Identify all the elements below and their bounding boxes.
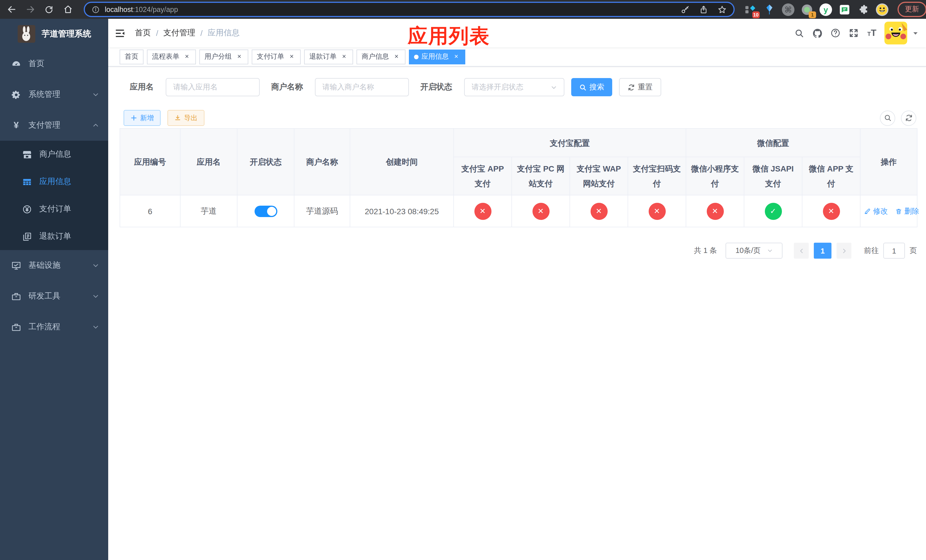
- app-title: 芋道管理系统: [42, 28, 91, 39]
- extension-y-icon[interactable]: y: [819, 3, 832, 16]
- sidebar-item-system[interactable]: 系统管理: [0, 79, 108, 110]
- avatar-caret-icon[interactable]: [912, 30, 918, 36]
- chevron-down-icon: [92, 293, 99, 300]
- extension-recorder-icon[interactable]: 1: [800, 3, 814, 16]
- export-button[interactable]: 导出: [168, 110, 204, 126]
- chevron-down-icon: [92, 324, 99, 330]
- extension-pinned-icon[interactable]: 10: [744, 3, 757, 16]
- extension-kite-icon[interactable]: [763, 3, 776, 16]
- page-annotation: 应用列表: [408, 23, 490, 50]
- breadcrumb-separator: /: [200, 29, 203, 38]
- site-info-icon[interactable]: [92, 5, 100, 14]
- delete-link[interactable]: 删除: [895, 206, 919, 216]
- navbar-actions: TT: [790, 22, 926, 44]
- page-number-1[interactable]: 1: [814, 243, 831, 259]
- sidebar-item-dev-tools[interactable]: 研发工具: [0, 281, 108, 312]
- browser-back-icon[interactable]: [4, 2, 19, 17]
- tab-merchant-info[interactable]: 商户信息×: [357, 49, 406, 64]
- github-icon[interactable]: [808, 24, 826, 42]
- goto-page-input[interactable]: 1: [883, 243, 905, 259]
- top-navbar: 首页 / 支付管理 / 应用信息: [108, 19, 926, 47]
- col-created: 创建时间: [350, 129, 454, 195]
- browser-forward-icon[interactable]: [23, 2, 38, 17]
- app-name-input[interactable]: 请输入应用名: [166, 78, 260, 96]
- breadcrumb: 首页 / 支付管理 / 应用信息: [135, 28, 240, 38]
- browser-home-icon[interactable]: [61, 2, 75, 17]
- show-search-toggle-icon[interactable]: [880, 110, 895, 126]
- extension-chat-icon[interactable]: [838, 3, 851, 16]
- sidebar-item-app-info[interactable]: 应用信息: [0, 168, 108, 195]
- user-avatar[interactable]: [884, 22, 907, 44]
- goto-label: 前往: [864, 245, 879, 256]
- col-actions: 操作: [860, 129, 917, 195]
- alipay-app-status-icon: ✕: [474, 203, 491, 219]
- coin-yen-icon: [22, 204, 32, 214]
- tab-process-form[interactable]: 流程表单×: [147, 49, 196, 64]
- edit-link[interactable]: 修改: [864, 206, 888, 216]
- screen: localhost:1024/pay/app 10: [0, 0, 926, 560]
- extension-command-icon[interactable]: ⌘: [781, 3, 795, 16]
- tab-pay-orders[interactable]: 支付订单×: [252, 49, 301, 64]
- cell-status: [237, 195, 294, 227]
- sidebar-item-home[interactable]: 首页: [0, 48, 108, 79]
- cell-app-name: 芋道: [180, 195, 237, 227]
- merchant-name-input[interactable]: 请输入商户名称: [315, 78, 409, 96]
- toolbox-icon: [11, 291, 21, 301]
- help-docs-icon[interactable]: [826, 24, 844, 42]
- col-app-id: 应用编号: [120, 129, 180, 195]
- tab-close-icon[interactable]: ×: [340, 53, 348, 61]
- extensions-puzzle-icon[interactable]: [856, 3, 870, 16]
- tab-close-icon[interactable]: ×: [183, 53, 191, 61]
- sidebar-item-infrastructure[interactable]: 基础设施: [0, 250, 108, 281]
- tab-app-info[interactable]: 应用信息×: [409, 49, 465, 64]
- table-row: 6 芋道 芋道源码 2021-10-23 08:49:25 ✕ ✕ ✕ ✕ ✕: [120, 195, 917, 227]
- tab-user-group[interactable]: 用户分组×: [199, 49, 248, 64]
- browser-update-button[interactable]: 更新: [897, 2, 926, 17]
- sidebar-item-pay-orders[interactable]: 支付订单: [0, 195, 108, 223]
- sidebar-item-workflow[interactable]: 工作流程: [0, 312, 108, 342]
- sidebar-item-refund-orders[interactable]: 退款订单: [0, 223, 108, 250]
- url-text[interactable]: localhost:1024/pay/app: [105, 5, 178, 14]
- fullscreen-icon[interactable]: [844, 24, 863, 42]
- tab-close-icon[interactable]: ×: [392, 53, 400, 61]
- status-toggle[interactable]: [254, 205, 277, 217]
- sidebar-item-payment[interactable]: ¥ 支付管理: [0, 110, 108, 141]
- tab-home[interactable]: 首页×: [120, 49, 144, 64]
- app-logo[interactable]: 芋道管理系统: [0, 19, 108, 48]
- page-content: 应用名 请输入应用名 商户名称 请输入商户名称 开启状态 请选择开启状态: [108, 67, 926, 259]
- share-icon[interactable]: [699, 5, 708, 14]
- search-button[interactable]: 搜索: [571, 78, 612, 96]
- prev-page-button[interactable]: [794, 243, 809, 259]
- col-alipay-app: 支付宝 APP 支付: [454, 157, 512, 195]
- alipay-wap-status-icon: ✕: [590, 203, 607, 219]
- status-select[interactable]: 请选择开启状态: [464, 78, 564, 96]
- sidebar-collapse-icon[interactable]: [108, 28, 130, 38]
- password-key-icon[interactable]: [681, 5, 690, 14]
- tab-close-icon[interactable]: ×: [287, 53, 295, 61]
- breadcrumb-payment[interactable]: 支付管理: [163, 28, 195, 38]
- extension-badge: 10: [752, 11, 760, 18]
- sidebar: 芋道管理系统 首页 系统管理 ¥ 支付管理: [0, 19, 108, 560]
- logo-image: [18, 25, 35, 42]
- add-button[interactable]: 新增: [124, 110, 160, 126]
- dashboard-icon: [11, 59, 21, 69]
- sidebar-item-merchant-info[interactable]: 商户信息: [0, 141, 108, 168]
- font-size-icon[interactable]: TT: [863, 24, 881, 42]
- tab-close-icon[interactable]: ×: [235, 53, 243, 61]
- tab-close-icon[interactable]: ×: [452, 53, 460, 61]
- col-app-name: 应用名: [180, 129, 237, 195]
- breadcrumb-separator: /: [156, 29, 158, 38]
- browser-profile-avatar[interactable]: [875, 3, 889, 16]
- page-size-select[interactable]: 10条/页: [726, 243, 782, 259]
- breadcrumb-home[interactable]: 首页: [135, 28, 151, 38]
- col-wechat-jsapi: 微信 JSAPI 支付: [744, 157, 802, 195]
- active-dot: [414, 54, 419, 59]
- address-bar[interactable]: localhost:1024/pay/app: [84, 2, 735, 17]
- next-page-button[interactable]: [837, 243, 851, 259]
- browser-reload-icon[interactable]: [42, 2, 56, 17]
- header-search-icon[interactable]: [790, 24, 808, 42]
- reset-button[interactable]: 重置: [619, 78, 661, 96]
- tab-refund-orders[interactable]: 退款订单×: [304, 49, 353, 64]
- bookmark-star-icon[interactable]: [717, 5, 727, 14]
- refresh-table-icon[interactable]: [901, 110, 916, 126]
